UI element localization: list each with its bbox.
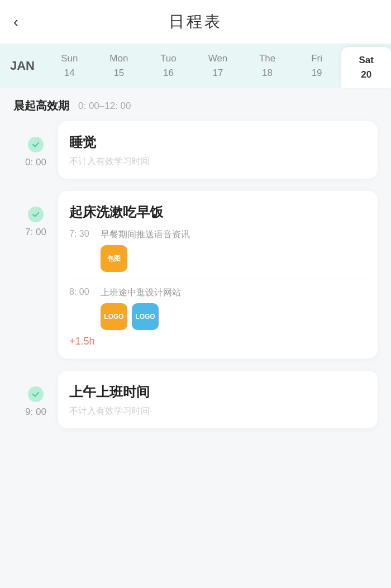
day-name: Sun [61,53,78,64]
badge-blue-1[interactable]: LOGO [132,303,159,330]
sub-time: 8: 00 [69,287,101,297]
check-icon-work-morning [28,386,44,402]
schedule-item-morning: 7: 00起床洗漱吃早饭7: 30早餐期间推送语音资讯包图8: 00上班途中逛设… [13,191,378,358]
day-name: Fri [311,53,322,64]
badges-container: LOGOLOGO [101,303,366,330]
schedule-time-morning: 7: 00 [25,227,46,238]
day-num: 19 [312,68,322,79]
check-icon-morning [28,207,44,222]
card-title-sleep: 睡觉 [69,133,366,151]
schedule-list: 0: 00睡觉不计入有效学习时间 7: 00起床洗漱吃早饭7: 30早餐期间推送… [13,121,378,428]
check-icon-sleep [28,137,44,152]
card-sub-item-morning-1: 8: 00上班途中逛设计网站LOGOLOGO [69,287,366,330]
day-num: 16 [163,68,174,79]
schedule-left-morning: 7: 00 [13,191,58,238]
page-title: 日程表 [169,11,222,32]
day-name: Mon [109,53,128,64]
sub-divider [69,279,366,279]
schedule-item-work-morning: 9: 00上午上班时间不计入有效学习时间 [13,371,378,428]
section-title: 晨起高效期 [13,98,69,113]
calendar-day-the[interactable]: The 18 [242,45,292,87]
day-num: 20 [361,69,371,80]
calendar-day-fri[interactable]: Fri 19 [292,45,342,87]
day-name: Tuo [160,53,177,64]
section-time-range: 0: 00–12: 00 [78,101,131,112]
day-num: 15 [113,68,124,79]
schedule-left-work-morning: 9: 00 [13,371,58,418]
sub-content: 上班途中逛设计网站LOGOLOGO [101,287,366,330]
schedule-left-sleep: 0: 00 [13,121,58,168]
section-header: 晨起高效期 0: 00–12: 00 [13,88,378,121]
day-num: 14 [64,68,75,79]
sub-time: 7: 30 [69,229,101,239]
sub-content: 早餐期间推送语音资讯包图 [101,229,366,272]
schedule-time-work-morning: 9: 00 [25,407,46,418]
calendar-day-mon[interactable]: Mon 15 [94,45,144,87]
sub-text: 早餐期间推送语音资讯 [101,229,366,241]
schedule-item-sleep: 0: 00睡觉不计入有效学习时间 [13,121,378,179]
badge-orange-0[interactable]: LOGO [101,303,127,330]
calendar-days: Sun 14 Mon 15 Tuo 16 Wen 17 The 18 Fri 1… [45,44,391,88]
calendar-strip: JAN Sun 14 Mon 15 Tuo 16 Wen 17 The 18 F… [0,44,391,88]
calendar-day-wen[interactable]: Wen 17 [193,45,243,87]
back-button[interactable]: ‹ [13,13,18,31]
card-subtitle-sleep: 不计入有效学习时间 [69,156,366,168]
schedule-card-morning[interactable]: 起床洗漱吃早饭7: 30早餐期间推送语音资讯包图8: 00上班途中逛设计网站LO… [58,191,378,358]
card-sub-item-morning-0: 7: 30早餐期间推送语音资讯包图 [69,229,366,272]
day-name: Sat [359,55,373,66]
calendar-day-sun[interactable]: Sun 14 [45,45,94,87]
card-extra-time: +1.5h [69,336,366,347]
card-subtitle-work-morning: 不计入有效学习时间 [69,405,366,417]
card-title-work-morning: 上午上班时间 [69,383,366,401]
header: ‹ 日程表 [0,0,391,44]
day-name: The [259,53,275,64]
main-content: 晨起高效期 0: 00–12: 00 0: 00睡觉不计入有效学习时间 7: 0… [0,88,391,458]
badges-container: 包图 [101,245,366,272]
calendar-day-sat[interactable]: Sat 20 [341,47,391,88]
day-num: 18 [262,68,273,79]
day-name: Wen [208,53,228,64]
sub-text: 上班途中逛设计网站 [101,287,366,299]
badge-orange-0[interactable]: 包图 [101,245,127,272]
schedule-time-sleep: 0: 00 [25,157,46,168]
schedule-card-sleep[interactable]: 睡觉不计入有效学习时间 [58,121,378,179]
day-num: 17 [213,68,223,79]
schedule-card-work-morning[interactable]: 上午上班时间不计入有效学习时间 [58,371,378,428]
calendar-day-tuo[interactable]: Tuo 16 [144,45,193,87]
calendar-month: JAN [0,44,45,88]
card-title-morning: 起床洗漱吃早饭 [69,203,366,221]
